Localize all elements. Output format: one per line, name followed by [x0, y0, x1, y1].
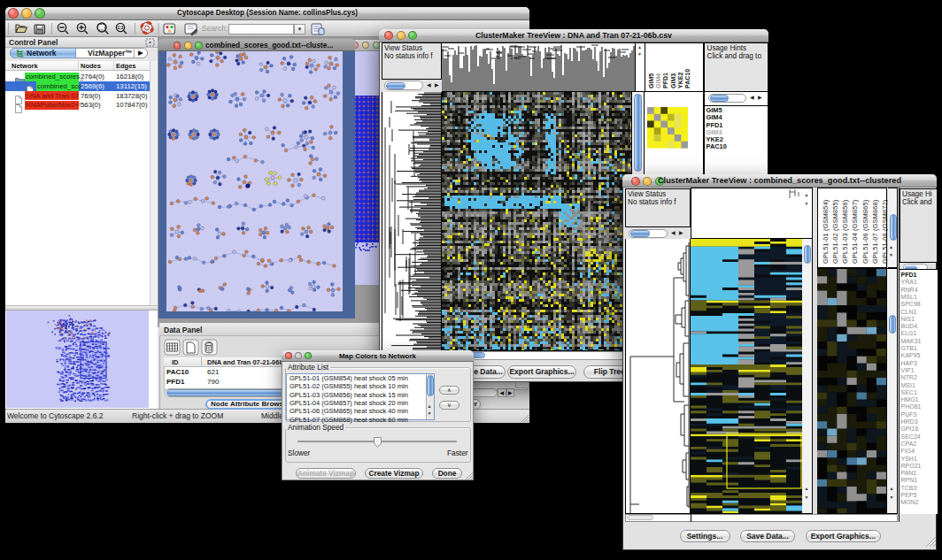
svg-text:1:1: 1:1 — [117, 25, 123, 30]
